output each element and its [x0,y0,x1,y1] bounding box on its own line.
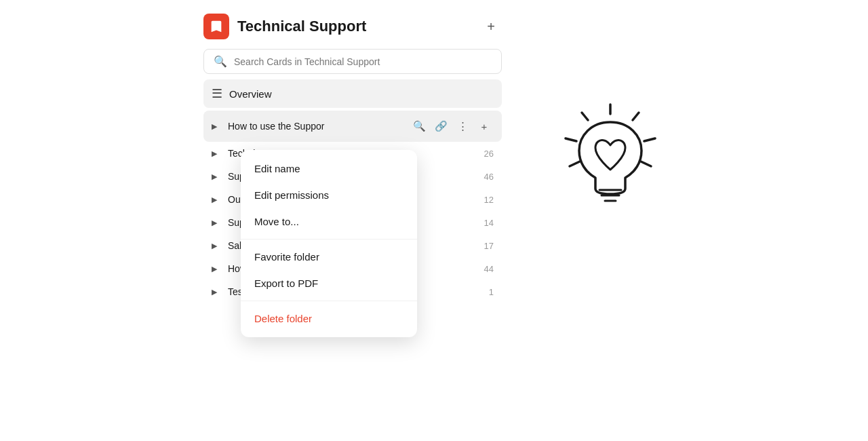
search-icon: 🔍 [214,55,227,68]
chevron-icon: ▶ [212,149,221,158]
search-input[interactable] [234,56,492,67]
svg-line-4 [582,113,588,120]
menu-divider [241,239,417,239]
svg-line-5 [566,138,576,141]
menu-delete-folder[interactable]: Delete folder [241,305,417,332]
folder-count: 12 [484,195,494,205]
menu-move-to[interactable]: Move to... [241,208,417,235]
svg-line-1 [633,113,639,120]
folder-count: 26 [484,149,494,159]
add-folder-icon[interactable]: + [475,117,494,136]
chevron-icon: ▶ [212,195,221,204]
chevron-icon: ▶ [212,242,221,250]
svg-line-2 [644,138,655,141]
menu-edit-permissions[interactable]: Edit permissions [241,182,417,208]
folder-name: How to use the Suppor [228,121,410,132]
app-icon [203,14,229,39]
main-panel: Technical Support + 🔍 ☰ Overview ▶ How t… [203,0,502,303]
add-button[interactable]: + [480,16,502,37]
folder-count: 14 [484,218,494,228]
chevron-icon: ▶ [212,265,221,273]
lightbulb-illustration [556,102,665,224]
illustration-panel [556,0,665,224]
link-icon[interactable]: 🔗 [431,117,450,136]
menu-favorite-folder[interactable]: Favorite folder [241,244,417,270]
header: Technical Support + [203,7,502,49]
app-icon-svg [209,19,224,34]
menu-edit-name[interactable]: Edit name [241,155,417,182]
overview-icon: ☰ [212,86,222,101]
svg-line-3 [641,161,651,166]
folder-count: 1 [489,287,494,297]
menu-export-pdf[interactable]: Export to PDF [241,270,417,296]
overview-row[interactable]: ☰ Overview [203,79,502,108]
folder-toolbar: 🔍 🔗 ⋮ + [410,117,494,136]
chevron-icon: ▶ [212,122,221,131]
chevron-icon: ▶ [212,288,221,296]
folder-count: 44 [484,264,494,274]
chevron-icon: ▶ [212,218,221,227]
header-left: Technical Support [203,14,366,39]
context-menu: Edit name Edit permissions Move to... Fa… [241,150,417,337]
folder-row-active[interactable]: ▶ How to use the Suppor 🔍 🔗 ⋮ + Edit nam… [203,111,502,142]
search-bar[interactable]: 🔍 [203,49,502,74]
page-title: Technical Support [237,18,366,35]
svg-line-6 [570,161,580,166]
chevron-icon: ▶ [212,172,221,181]
overview-label: Overview [229,88,272,100]
search-folder-icon[interactable]: 🔍 [410,117,429,136]
menu-divider-2 [241,301,417,301]
folder-count: 46 [484,172,494,182]
more-options-icon[interactable]: ⋮ [453,117,472,136]
folder-count: 17 [484,241,494,251]
